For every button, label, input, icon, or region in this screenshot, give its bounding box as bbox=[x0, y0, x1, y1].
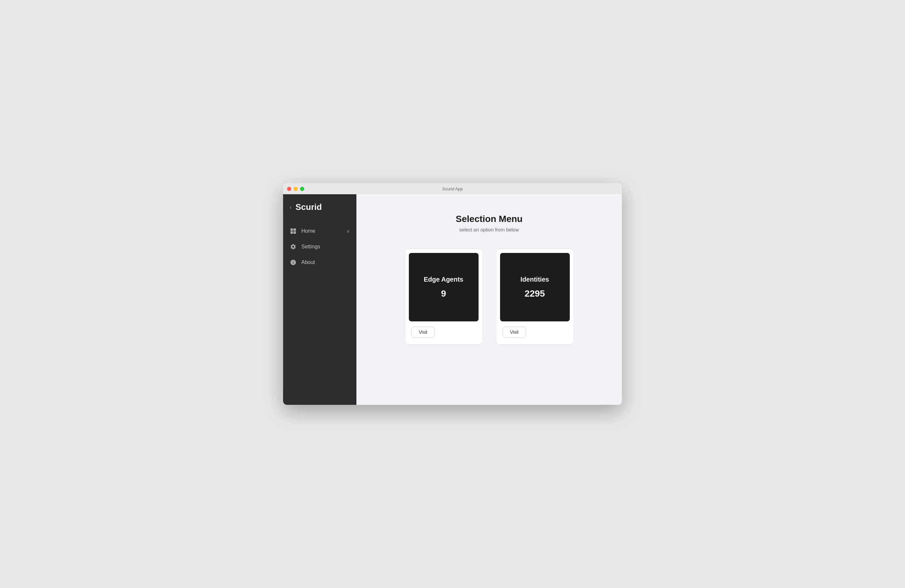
info-icon bbox=[290, 259, 297, 265]
identities-visit-button[interactable]: Visit bbox=[503, 327, 526, 338]
traffic-lights bbox=[287, 187, 304, 191]
chevron-down-icon: ∨ bbox=[347, 229, 350, 234]
sidebar-item-about-label: About bbox=[301, 259, 350, 265]
sidebar: ‹ Scurid Home ∨ bbox=[283, 194, 356, 405]
edge-agents-card-inner: Edge Agents 9 bbox=[409, 253, 479, 321]
settings-icon bbox=[290, 243, 297, 250]
close-button[interactable] bbox=[287, 187, 291, 191]
sidebar-title: Scurid bbox=[295, 202, 322, 212]
svg-rect-2 bbox=[291, 231, 293, 234]
identities-card: Identities 2295 Visit bbox=[496, 249, 574, 345]
identities-card-inner: Identities 2295 bbox=[500, 253, 570, 321]
minimize-button[interactable] bbox=[294, 187, 298, 191]
identities-count: 2295 bbox=[524, 288, 545, 299]
sidebar-nav: Home ∨ Settings bbox=[283, 221, 356, 272]
back-button[interactable]: ‹ bbox=[290, 204, 292, 210]
sidebar-item-settings[interactable]: Settings bbox=[283, 240, 356, 254]
app-window: Scurid App ‹ Scurid bbox=[283, 183, 622, 405]
edge-agents-card-footer: Visit bbox=[405, 321, 483, 344]
edge-agents-count: 9 bbox=[441, 288, 446, 299]
svg-rect-0 bbox=[291, 229, 293, 231]
page-title: Selection Menu bbox=[456, 214, 522, 224]
maximize-button[interactable] bbox=[300, 187, 304, 191]
window-title: Scurid App bbox=[442, 186, 463, 191]
page-subtitle: select an option from below bbox=[459, 227, 519, 232]
main-content: Selection Menu select an option from bel… bbox=[356, 194, 622, 405]
sidebar-item-about[interactable]: About bbox=[283, 255, 356, 270]
edge-agents-label: Edge Agents bbox=[424, 276, 464, 283]
edge-agents-visit-button[interactable]: Visit bbox=[411, 327, 435, 338]
identities-label: Identities bbox=[521, 276, 549, 283]
identities-card-footer: Visit bbox=[496, 321, 574, 344]
sidebar-item-settings-label: Settings bbox=[301, 244, 350, 250]
sidebar-item-home-label: Home bbox=[301, 228, 342, 234]
sidebar-item-home[interactable]: Home ∨ bbox=[283, 224, 356, 238]
sidebar-header: ‹ Scurid bbox=[283, 194, 356, 221]
home-icon bbox=[290, 228, 297, 234]
edge-agents-card: Edge Agents 9 Visit bbox=[405, 249, 483, 345]
cards-container: Edge Agents 9 Visit Identities 2295 Visi… bbox=[405, 249, 574, 345]
svg-rect-3 bbox=[294, 231, 296, 234]
titlebar: Scurid App bbox=[283, 183, 622, 194]
svg-rect-1 bbox=[294, 229, 296, 231]
app-body: ‹ Scurid Home ∨ bbox=[283, 194, 622, 405]
